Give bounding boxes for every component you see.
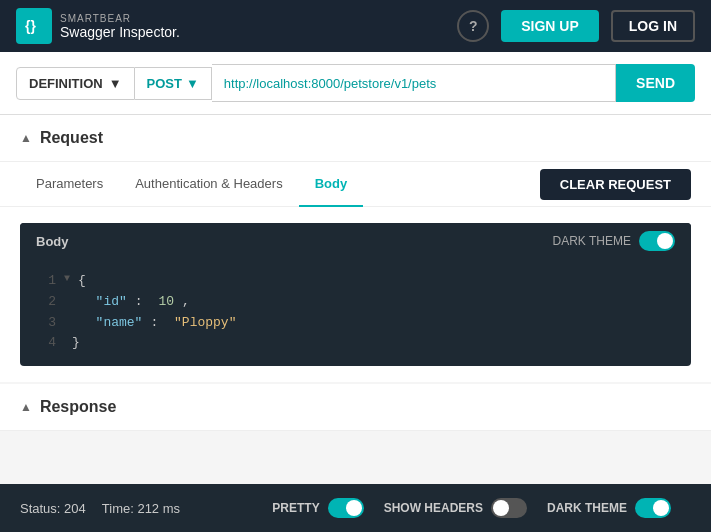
request-chevron-icon: ▲ — [20, 131, 32, 145]
dark-theme-toggle-group: DARK THEME — [553, 231, 675, 251]
method-selector[interactable]: POST ▼ — [135, 67, 212, 100]
url-bar: DEFINITION ▼ POST ▼ SEND — [0, 52, 711, 115]
request-tabs-row: Parameters Authentication & Headers Body… — [0, 162, 711, 207]
logo-brand: SmartBear — [60, 13, 180, 24]
definition-label: DEFINITION — [29, 76, 103, 91]
dark-theme-status-label: DARK THEME — [547, 501, 627, 515]
show-headers-label: SHOW HEADERS — [384, 501, 483, 515]
pretty-toggle[interactable] — [328, 498, 364, 518]
response-chevron-icon: ▲ — [20, 400, 32, 414]
swagger-logo-icon: {} — [16, 8, 52, 44]
response-section-header[interactable]: ▲ Response — [0, 384, 711, 431]
logo-product: Swagger Inspector. — [60, 24, 180, 40]
dark-theme-status-toggle[interactable] — [635, 498, 671, 518]
code-line-2: 2 "id" : 10 , — [36, 292, 675, 313]
response-section-title: Response — [40, 398, 116, 416]
body-editor-header: Body DARK THEME — [20, 223, 691, 259]
navbar-logo: {} SmartBear Swagger Inspector. — [16, 8, 180, 44]
status-code: Status: 204 — [20, 501, 86, 516]
response-section: ▲ Response — [0, 384, 711, 431]
method-value: POST — [147, 76, 182, 91]
code-line-1: 1 ▼ { — [36, 271, 675, 292]
status-bar: Status: 204 Time: 212 ms PRETTY SHOW HEA… — [0, 484, 711, 532]
signup-button[interactable]: SIGN UP — [501, 10, 599, 42]
dark-theme-status-toggle-group: DARK THEME — [547, 498, 671, 518]
definition-button[interactable]: DEFINITION ▼ — [16, 67, 135, 100]
show-headers-toggle[interactable] — [491, 498, 527, 518]
method-chevron-icon: ▼ — [186, 76, 199, 91]
request-section: ▲ Request Parameters Authentication & He… — [0, 115, 711, 382]
tab-body[interactable]: Body — [299, 162, 364, 207]
response-time: Time: 212 ms — [102, 501, 180, 516]
clear-request-button[interactable]: CLEAR REQUEST — [540, 169, 691, 200]
send-button[interactable]: SEND — [616, 64, 695, 102]
pretty-label: PRETTY — [272, 501, 319, 515]
body-editor: Body DARK THEME 1 ▼ { 2 — [20, 223, 691, 366]
definition-chevron-icon: ▼ — [109, 76, 122, 91]
page-wrapper: {} SmartBear Swagger Inspector. ? SIGN U… — [0, 0, 711, 532]
show-headers-toggle-group: SHOW HEADERS — [384, 498, 527, 518]
url-input[interactable] — [212, 64, 616, 102]
code-line-3: 3 "name" : "Ploppy" — [36, 313, 675, 334]
navbar: {} SmartBear Swagger Inspector. ? SIGN U… — [0, 0, 711, 52]
dark-theme-label: DARK THEME — [553, 234, 631, 248]
body-label: Body — [36, 234, 69, 249]
dark-theme-toggle[interactable] — [639, 231, 675, 251]
help-icon[interactable]: ? — [457, 10, 489, 42]
code-line-4: 4 } — [36, 333, 675, 354]
logo-text: SmartBear Swagger Inspector. — [60, 13, 180, 40]
code-area[interactable]: 1 ▼ { 2 "id" : 10 , 3 — [20, 259, 691, 366]
tab-auth-headers[interactable]: Authentication & Headers — [119, 162, 298, 207]
request-section-header[interactable]: ▲ Request — [0, 115, 711, 162]
tab-parameters[interactable]: Parameters — [20, 162, 119, 207]
body-editor-container: Body DARK THEME 1 ▼ { 2 — [0, 207, 711, 382]
pretty-toggle-group: PRETTY — [272, 498, 363, 518]
svg-text:{}: {} — [25, 18, 36, 34]
request-section-title: Request — [40, 129, 103, 147]
login-button[interactable]: LOG IN — [611, 10, 695, 42]
